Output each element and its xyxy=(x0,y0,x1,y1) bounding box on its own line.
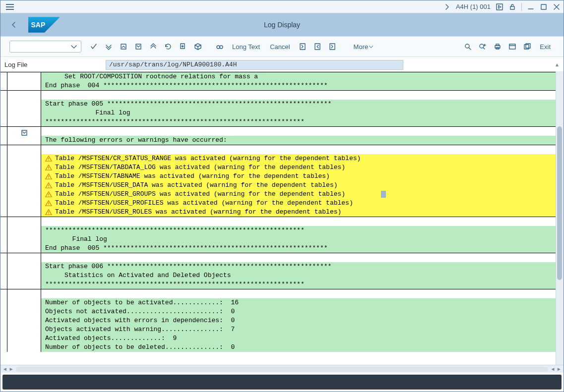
long-text-button[interactable]: Long Text xyxy=(228,43,264,51)
warning-icon xyxy=(45,182,52,189)
chevron-right-icon[interactable] xyxy=(443,3,451,11)
log-file-label: Log File xyxy=(3,61,106,68)
expand-button[interactable] xyxy=(132,40,145,53)
package-button[interactable] xyxy=(191,40,204,53)
save-button[interactable] xyxy=(87,40,100,53)
warning-line: Table /MSFTSEN/TABNAME was activated (wa… xyxy=(41,172,556,181)
svg-rect-18 xyxy=(300,44,305,50)
svg-rect-1 xyxy=(510,6,514,9)
log-line: The following errors or warnings have oc… xyxy=(41,136,556,145)
log-line: Number of objects to be activated.......… xyxy=(41,298,556,307)
minimize-icon[interactable] xyxy=(527,3,535,11)
layout-button[interactable] xyxy=(506,40,519,53)
log-line: End phase 005 **************************… xyxy=(41,244,556,253)
svg-point-40 xyxy=(48,169,49,169)
maximize-icon[interactable] xyxy=(540,3,548,11)
warning-line: Table /MSFTSEN/TABDATA_LOG was activated… xyxy=(41,163,556,172)
system-bar: A4H (1) 001 xyxy=(0,0,564,13)
log-line: End phase 004 **************************… xyxy=(41,81,556,90)
warning-line: Table /MSFTSEN/USER_DATA was activated (… xyxy=(41,181,556,190)
svg-point-37 xyxy=(48,160,49,161)
log-line: Statistics on Activated and Deleted Obje… xyxy=(41,271,556,280)
svg-rect-19 xyxy=(315,44,320,50)
warning-icon xyxy=(45,155,52,162)
log-line: Final log xyxy=(41,109,556,117)
svg-point-46 xyxy=(48,187,49,187)
warning-icon xyxy=(45,164,52,171)
svg-text:SAP: SAP xyxy=(31,21,46,29)
chevron-down-icon xyxy=(368,43,374,51)
log-line: ****************************************… xyxy=(41,226,556,235)
text-cursor xyxy=(381,191,386,198)
svg-point-43 xyxy=(48,178,49,178)
warning-line: Table /MSFTSEN/CR_STATUS_RANGE was activ… xyxy=(41,154,556,163)
close-icon[interactable] xyxy=(553,3,561,11)
menu-icon[interactable] xyxy=(3,6,16,7)
svg-point-55 xyxy=(48,214,49,214)
svg-rect-28 xyxy=(496,44,499,46)
download-button[interactable] xyxy=(177,40,189,53)
warning-icon xyxy=(45,173,52,180)
application-toolbar: Long Text Cancel More Exit xyxy=(0,36,564,57)
scroll-up-indicator[interactable]: ▲ xyxy=(555,62,560,67)
log-line: Set ROOT/COMPOSITION rootnode relations … xyxy=(41,72,556,81)
log-line: Start phase 006 ************************… xyxy=(41,262,556,271)
expand-all-button[interactable] xyxy=(102,40,115,53)
svg-rect-34 xyxy=(22,130,27,135)
collapse-button[interactable] xyxy=(117,40,130,53)
cancel-button[interactable]: Cancel xyxy=(266,43,294,51)
warning-icon xyxy=(45,200,52,207)
exit-button[interactable]: Exit xyxy=(536,43,555,51)
log-file-row: Log File /usr/sap/trans/log/NPLA900180.A… xyxy=(0,57,564,72)
svg-line-22 xyxy=(469,48,471,50)
svg-rect-9 xyxy=(136,44,141,49)
more-button[interactable]: More xyxy=(350,43,378,51)
horizontal-scrollbar[interactable]: ◄ ► ◄ ► xyxy=(0,365,564,373)
system-label: A4H (1) 001 xyxy=(456,3,491,10)
find-button[interactable] xyxy=(461,40,474,53)
log-line: ****************************************… xyxy=(41,280,556,289)
first-page-button[interactable] xyxy=(296,40,309,53)
svg-rect-0 xyxy=(497,4,502,10)
collapse-all-button[interactable] xyxy=(147,40,160,53)
command-field[interactable] xyxy=(9,41,81,53)
warning-icon xyxy=(45,209,52,216)
status-bar xyxy=(2,375,562,390)
log-line: Activated objects with errors in depende… xyxy=(41,316,556,325)
page-title: Log Display xyxy=(264,21,300,29)
svg-line-13 xyxy=(198,45,201,47)
vertical-scrollbar[interactable] xyxy=(556,72,564,365)
svg-line-12 xyxy=(195,45,198,47)
log-line: Objects not activated...................… xyxy=(41,307,556,316)
log-line: Start phase 005 ************************… xyxy=(41,100,556,109)
svg-point-15 xyxy=(217,46,220,49)
prev-page-button[interactable] xyxy=(311,40,324,53)
log-content: Set ROOT/COMPOSITION rootnode relations … xyxy=(0,72,556,365)
more-label: More xyxy=(354,43,369,51)
svg-point-52 xyxy=(48,205,49,205)
next-page-button[interactable] xyxy=(326,40,339,53)
log-line: Objects activated with warning..........… xyxy=(41,325,556,334)
refresh-button[interactable] xyxy=(162,40,175,53)
log-file-value[interactable]: /usr/sap/trans/log/NPLA900180.A4H xyxy=(106,60,403,70)
print-button[interactable] xyxy=(491,40,504,53)
new-window-button[interactable] xyxy=(521,40,534,53)
warning-line: Table /MSFTSEN/USER_GROUPS was activated… xyxy=(41,190,556,199)
svg-rect-20 xyxy=(330,44,335,50)
play-box-icon[interactable] xyxy=(496,3,503,11)
unlock-icon[interactable] xyxy=(508,3,516,11)
sap-logo-icon: SAP xyxy=(28,17,60,33)
svg-point-49 xyxy=(48,196,49,196)
svg-rect-3 xyxy=(541,4,546,9)
svg-line-24 xyxy=(483,48,485,49)
title-bar: SAP Log Display xyxy=(0,13,564,36)
log-line: Number of objects to be deleted.........… xyxy=(41,343,556,352)
back-button[interactable] xyxy=(8,19,19,30)
warning-line: Table /MSFTSEN/USER_ROLES was activated … xyxy=(41,208,556,217)
warning-icon xyxy=(45,191,52,198)
find-next-button[interactable] xyxy=(476,40,489,53)
glasses-icon[interactable] xyxy=(213,40,226,53)
svg-rect-30 xyxy=(509,44,515,49)
expand-node-icon[interactable] xyxy=(20,129,28,145)
svg-rect-8 xyxy=(121,44,126,49)
